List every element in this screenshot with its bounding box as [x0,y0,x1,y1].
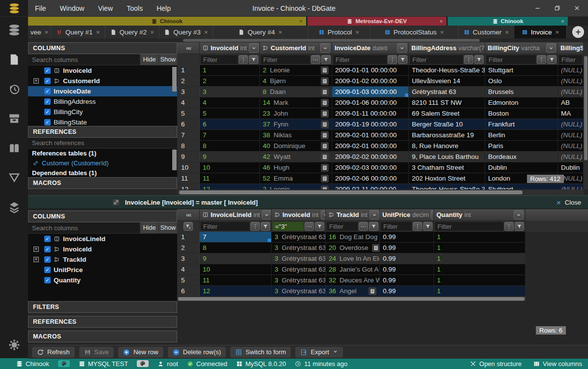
row-number[interactable]: 11 [177,173,200,184]
tab-query-4[interactable]: Query #4× [213,26,308,38]
menu-tools[interactable]: Tools [120,4,150,12]
column-header-trackid[interactable]: TrackIdint [326,209,380,221]
column-tree-item-invoiceid[interactable]: ✓ 1 InvoiceId [28,65,177,76]
export-button[interactable]: Export [295,347,343,358]
cell-invoiceid[interactable]: 3Grétrystraat 63 [272,243,326,253]
tab-protocol[interactable]: Protocol× [308,26,370,38]
filter-triangle-icon[interactable] [8,171,21,184]
cell-invoiceid[interactable]: 11 [200,173,260,184]
column-dropdown-button[interactable] [431,210,434,219]
row-number[interactable]: 2 [177,243,200,253]
scrollbar-thumb[interactable] [172,150,177,170]
tab-close-icon[interactable]: × [150,29,154,36]
checkbox-icon[interactable]: ✓ [44,246,51,252]
filter-funnel-button[interactable] [249,55,258,64]
column-header-invoiceid[interactable]: InvoiceIdint [272,209,326,221]
menu-view[interactable]: View [91,4,120,12]
tab-close-icon[interactable]: × [505,29,509,36]
filter-funnel-button[interactable] [515,222,524,231]
filter-funnel-button[interactable] [315,222,324,231]
cell-billingstate[interactable]: (NULL) [558,65,584,75]
cell-customerid[interactable]: 37Fynn [260,119,332,129]
filter-input-billingaddress[interactable]: Filter [410,55,463,64]
gear-icon[interactable] [8,338,21,351]
filter-menu-button[interactable]: ⋯ [359,222,368,231]
cell-customerid[interactable]: 40Dominique [260,141,332,151]
cell-invoicelineid[interactable]: 12 [200,286,272,296]
cell-invoicedate[interactable]: 2009-02-01 00:00:00 [332,130,409,140]
refresh-button[interactable]: Refresh [32,347,75,358]
cell-invoicelineid[interactable]: 7 [200,232,272,242]
filter-input-trackid[interactable]: Filter [327,222,358,231]
cell-unitprice[interactable]: 0.99 [380,232,434,242]
row-number[interactable]: 7 [177,130,200,140]
cell-invoicelineid[interactable]: 11 [200,275,272,285]
cell-customerid[interactable]: 52Emma [260,173,332,184]
close-icon[interactable] [574,5,580,11]
column-dropdown-button[interactable] [320,43,330,53]
cell-billingstate[interactable]: (NULL) [558,141,584,151]
cell-billingaddress[interactable]: 69 Salem Street [409,108,485,119]
column-header-quantity[interactable]: Quantityint [434,209,526,221]
selection-handle[interactable] [268,239,271,242]
row-number[interactable]: 5 [177,108,200,119]
cell-invoiceid[interactable]: 3Grétrystraat 63 [272,232,326,242]
cell-quantity[interactable]: 1 [434,243,526,253]
cell-quantity[interactable]: 1 [434,232,526,242]
cell-billingcity[interactable]: Oslo [485,76,558,86]
horizontal-scrollbar[interactable] [177,297,526,301]
checkbox-icon[interactable]: ✓ [44,98,51,105]
expand-icon[interactable]: + [33,257,39,262]
cell-billingstate[interactable]: (NULL) [558,87,584,97]
cell-trackid[interactable]: 16Dog Eat Dog [326,232,380,242]
cell-invoicedate[interactable]: 2009-02-02 00:00:00 [332,152,409,162]
cell-invoicedate[interactable]: 2009-02-03 00:00:00 [332,162,409,173]
tab-close-icon[interactable]: × [355,29,359,36]
status-root[interactable]: root [157,360,178,368]
filter-input-customerid[interactable]: Filter [261,55,310,64]
close-detail-button[interactable]: × Close [557,198,581,207]
cell-billingstate[interactable]: Dublin [558,162,584,173]
vertical-scrollbar[interactable] [584,42,588,189]
menu-file[interactable]: File [28,4,53,12]
cell-quantity[interactable]: 1 [434,264,526,275]
checkbox-icon[interactable]: ✓ [44,109,51,115]
column-tree-item-billingstate[interactable]: ✓ BillingState [28,117,177,126]
cell-billingaddress[interactable]: 9, Place Louis Barthou [409,152,485,162]
status-11-minutes-ago[interactable]: 11 minutes ago [295,360,347,368]
cell-invoicedate[interactable]: 2009-02-06 00:00:00 [332,173,409,184]
tab-customer[interactable]: Customer× [459,26,514,38]
cell-invoicelineid[interactable]: 9 [200,253,272,264]
tab-vee[interactable]: vee× [28,26,51,38]
cell-unitprice[interactable]: 0.99 [380,253,434,264]
database-icon[interactable] [8,24,21,36]
cell-invoiceid[interactable]: 2 [200,76,260,86]
filter-input-invoicedate[interactable]: Filter [333,55,387,64]
cell-billingcity[interactable]: Dublin [485,162,558,173]
filter-input-billingstate[interactable]: Filter [559,55,582,64]
close-icon[interactable]: × [299,18,303,24]
cell-billingcity[interactable]: Edmonton [485,97,558,108]
column-tree-item-billingcity[interactable]: ✓ BillingCity [28,107,177,117]
tab-group-chinook-0[interactable]: Chinook× [28,17,306,26]
new-row-button[interactable]: New row [118,347,163,358]
filter-funnel-button[interactable] [547,55,557,64]
status-connected[interactable]: Connected [187,360,227,368]
cell-billingcity[interactable]: Paris [485,141,558,151]
column-header-billingstate[interactable]: BillingState [558,42,584,54]
cell-billingaddress[interactable]: Theodor-Heuss-Straße 34 [409,65,485,75]
show-button[interactable]: Show [158,54,177,65]
cell-invoicedate[interactable]: 2009-02-01 00:00:00 [332,141,409,151]
tab-group-metrostav-evr-dev-1[interactable]: Metrostav-Evr-DEV× [308,17,446,26]
column-header-billingcity[interactable]: BillingCityvarcha [485,42,558,54]
cell-billingcity[interactable]: Boston [485,108,558,119]
macros-section-header[interactable]: MACROS [28,331,177,342]
hide-button[interactable]: Hide [140,54,158,65]
filter-input-invoicelineid[interactable]: Filter [201,222,249,231]
cell-invoicedate[interactable]: 2009-01-02 00:00:00 [332,76,409,86]
cell-billingstate[interactable]: MA [558,108,584,119]
cell-invoiceid[interactable]: 9 [200,152,260,162]
row-number[interactable]: 5 [177,275,200,285]
column-header-unitprice[interactable]: UnitPricedecim [380,209,434,221]
cell-unitprice[interactable]: 0.99 [380,286,434,296]
